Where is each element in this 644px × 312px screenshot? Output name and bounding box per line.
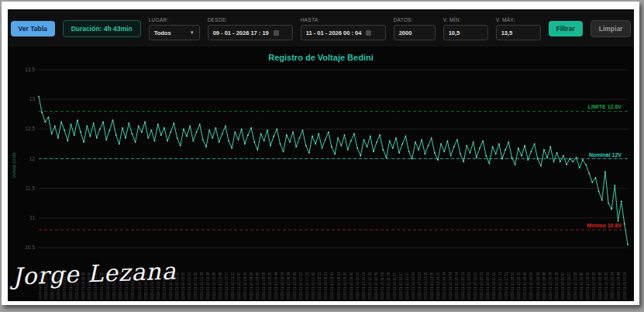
x-axis-tick-labels: 2026-01-09 17:192026-01-09 17:382026-01-… — [39, 255, 628, 300]
datos-input[interactable]: 2000 — [394, 25, 436, 40]
vmax-input[interactable]: 13,5 — [496, 25, 541, 40]
x-tick-label: 2026-01-10 04:06 — [244, 255, 248, 300]
x-tick-label: 2026-01-10 18:10 — [511, 255, 515, 300]
data-point — [482, 140, 484, 142]
data-point — [466, 145, 467, 147]
data-point — [96, 137, 98, 139]
x-tick-label: 2026-01-09 23:31 — [157, 255, 161, 300]
x-tick-label: 2026-01-09 19:56 — [88, 255, 92, 300]
voltage-series-line — [39, 96, 628, 244]
data-point — [576, 157, 577, 158]
data-point — [74, 134, 75, 136]
x-tick-label: 2026-01-10 12:17 — [400, 255, 404, 300]
data-point — [360, 155, 361, 157]
x-tick-label: 2026-01-10 04:45 — [257, 255, 260, 300]
data-point — [392, 147, 394, 149]
x-tick-label: 2026-01-10 17:51 — [505, 255, 509, 300]
data-point — [463, 161, 464, 162]
annotation-label: Mínimo 10.8V — [587, 223, 622, 228]
filtrar-button[interactable]: Filtrar — [549, 21, 583, 36]
y-tick-label: 13.5 — [25, 67, 35, 72]
data-point — [356, 147, 358, 149]
data-point — [582, 159, 584, 161]
data-point — [80, 131, 81, 133]
data-point — [305, 145, 307, 147]
data-point — [312, 136, 313, 137]
data-point — [286, 134, 288, 136]
x-tick-label: 2026-01-10 17:31 — [499, 255, 503, 300]
data-point — [511, 157, 513, 158]
data-point — [598, 191, 600, 192]
x-tick-label: 2026-01-10 16:12 — [474, 255, 478, 300]
x-tick-label: 2026-01-10 09:01 — [338, 255, 342, 300]
data-point — [57, 137, 59, 139]
ver-tabla-button[interactable]: Ver Tabla — [11, 21, 55, 36]
voltage-chart: Registro de Voltaje Bedini Voltaje (Volt… — [8, 47, 634, 301]
data-point — [247, 134, 249, 136]
data-point — [322, 147, 323, 149]
data-point — [90, 136, 91, 137]
y-tick-label: 12.5 — [25, 126, 35, 131]
x-tick-label: 2026-01-10 14:15 — [437, 255, 441, 300]
data-point — [627, 244, 629, 245]
data-point — [202, 139, 204, 140]
data-point — [299, 137, 301, 139]
data-point — [119, 144, 120, 145]
x-tick-label: 2026-01-10 01:10 — [188, 255, 192, 300]
data-point — [215, 127, 217, 129]
x-tick-label: 2026-01-10 08:02 — [319, 255, 322, 300]
x-tick-label: 2026-01-10 04:26 — [250, 255, 254, 300]
desde-datetime-input[interactable]: 09 - 01 - 2026 17 : 19 — [208, 25, 293, 40]
x-tick-label: 2026-01-10 10:00 — [356, 255, 360, 300]
x-tick-label: 2026-01-10 15:14 — [456, 255, 460, 300]
data-point — [164, 127, 165, 129]
data-point — [141, 131, 143, 133]
data-point — [405, 136, 407, 137]
calendar-icon[interactable] — [274, 30, 279, 36]
y-tick-label: 10.5 — [25, 244, 35, 250]
x-tick-label: 2026-01-10 06:04 — [281, 255, 285, 300]
hasta-datetime-input[interactable]: 11 - 01 - 2026 00 : 04 — [301, 25, 386, 40]
x-tick-label: 2026-01-10 19:09 — [530, 255, 534, 300]
data-point — [231, 147, 232, 149]
data-point — [456, 139, 458, 140]
x-tick-label: 2026-01-10 10:19 — [363, 255, 367, 300]
data-point — [408, 151, 410, 152]
data-point — [421, 139, 422, 140]
x-tick-label: 2026-01-10 08:21 — [325, 255, 329, 300]
x-tick-label: 2026-01-10 06:24 — [288, 255, 291, 300]
datos-label: DATOS: — [394, 17, 436, 23]
data-point — [44, 121, 46, 123]
data-point — [608, 203, 609, 204]
data-point — [250, 127, 252, 129]
data-point — [588, 173, 590, 175]
x-tick-label: 2026-01-10 07:03 — [300, 255, 304, 300]
limpiar-button[interactable]: Limpiar — [591, 20, 632, 37]
data-point — [443, 151, 445, 152]
data-point — [498, 144, 500, 145]
data-point — [395, 137, 397, 139]
vmin-input[interactable]: 10,5 — [443, 25, 488, 40]
calendar-icon[interactable] — [366, 30, 371, 36]
hasta-label: HASTA: — [301, 17, 386, 23]
data-point — [64, 130, 65, 131]
data-point — [621, 201, 622, 203]
duracion-button[interactable]: Duración: 4h 43min — [63, 20, 141, 37]
data-point — [219, 141, 220, 143]
y-tick-label: 12 — [29, 156, 36, 161]
x-tick-label: 2026-01-10 21:07 — [568, 255, 572, 300]
data-point — [489, 163, 491, 165]
lugar-select[interactable]: Todos ▼ — [149, 25, 200, 40]
data-point — [501, 158, 503, 160]
data-point — [560, 161, 561, 162]
data-point — [109, 130, 111, 131]
data-point — [160, 134, 162, 136]
data-point — [244, 144, 246, 145]
data-point — [238, 139, 239, 140]
x-tick-label: 2026-01-10 01:29 — [195, 255, 198, 300]
x-tick-label: 2026-01-10 02:48 — [219, 255, 223, 300]
data-point — [125, 137, 126, 139]
data-point — [128, 123, 129, 124]
data-point — [267, 130, 268, 131]
data-point — [102, 121, 104, 123]
